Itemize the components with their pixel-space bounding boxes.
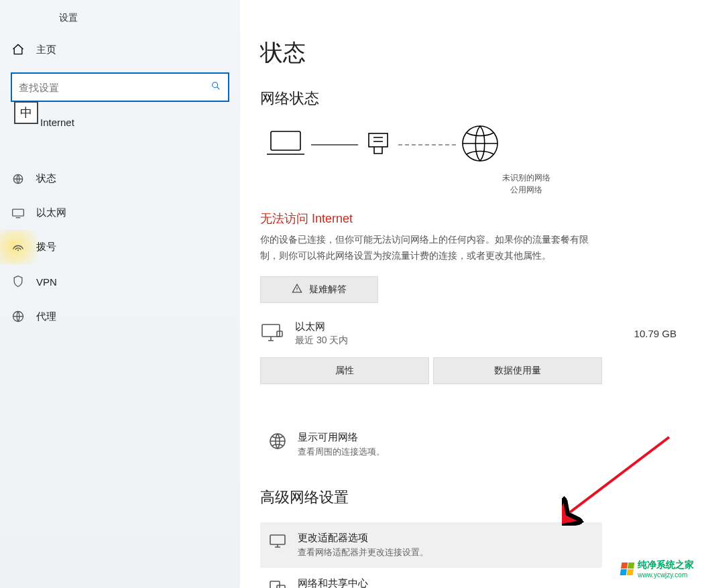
advanced-heading: 高级网络设置	[260, 487, 682, 508]
properties-label: 属性	[335, 365, 354, 377]
data-usage-label: 数据使用量	[494, 365, 541, 377]
show-networks-row[interactable]: 显示可用网络 查看周围的连接选项。	[260, 422, 602, 467]
adapter-options-row[interactable]: 更改适配器选项 查看网络适配器并更改连接设置。	[260, 522, 602, 568]
properties-button[interactable]: 属性	[260, 357, 429, 384]
diagram-caption-2: 公用网络	[370, 184, 682, 196]
two-button-row: 属性 数据使用量	[260, 357, 682, 384]
watermark-name: 纯净系统之家	[638, 559, 694, 571]
svg-point-8	[296, 291, 297, 292]
status-icon	[11, 173, 25, 185]
ime-badge[interactable]: 中	[14, 101, 38, 124]
adapter-options-title: 更改适配器选项	[298, 532, 428, 544]
search-input[interactable]	[11, 72, 229, 102]
diagram-caption-1: 未识别的网络	[370, 172, 682, 184]
sharing-icon	[268, 579, 287, 588]
show-networks-subtitle: 查看周围的连接选项。	[298, 446, 385, 458]
error-title: 无法访问 Internet	[260, 211, 682, 227]
nav-item-vpn[interactable]: VPN	[0, 264, 240, 299]
error-body: 你的设备已连接，但你可能无法访问网络上的任何内容。如果你的流量套餐有限制，则你可…	[260, 232, 602, 264]
svg-rect-2	[13, 209, 24, 216]
available-networks-icon	[268, 432, 287, 450]
troubleshoot-button[interactable]: 疑难解答	[260, 276, 378, 303]
nav-label: 状态	[36, 172, 56, 185]
search-wrap	[11, 72, 229, 102]
nav-item-dialup[interactable]: 拨号	[0, 230, 240, 264]
nav-home[interactable]: 主页	[0, 31, 240, 68]
watermark: 纯净系统之家 www.ycwjzy.com	[621, 559, 694, 579]
main-content: 状态 网络状态 未识别的网络 公用网络 无法访问 Internet 你的设备已连…	[240, 0, 702, 588]
data-usage-button[interactable]: 数据使用量	[433, 357, 602, 384]
diagram-line-solid	[311, 144, 358, 145]
nav-label: 以太网	[36, 207, 66, 219]
ethernet-subtitle: 最近 30 天内	[295, 335, 348, 347]
network-status-heading: 网络状态	[260, 89, 682, 109]
ethernet-usage: 10.79 GB	[634, 328, 677, 339]
sidebar: 设置 主页 Internet 状态 以太网 拨号	[0, 0, 240, 588]
nav-home-label: 主页	[36, 44, 56, 56]
nav-item-ethernet[interactable]: 以太网	[0, 196, 240, 230]
svg-rect-5	[271, 131, 300, 150]
svg-rect-14	[277, 585, 285, 588]
vpn-icon	[11, 275, 25, 288]
nav-list: 状态 以太网 拨号 VPN 代理	[0, 162, 240, 334]
adapter-icon	[268, 533, 287, 549]
svg-point-0	[213, 82, 218, 88]
nav-label: VPN	[36, 276, 57, 288]
warning-icon	[292, 283, 302, 296]
globe-icon	[460, 123, 500, 166]
ethernet-icon	[11, 208, 25, 219]
watermark-logo-icon	[620, 563, 635, 575]
laptop-icon	[264, 127, 307, 162]
svg-rect-12	[270, 535, 285, 544]
sharing-center-row[interactable]: 网络和共享中心 根据所连接到的网络，决定要共享的内容。	[260, 568, 602, 588]
router-icon	[362, 131, 394, 159]
nav-item-status[interactable]: 状态	[0, 162, 240, 196]
adapter-options-subtitle: 查看网络适配器并更改连接设置。	[298, 546, 428, 558]
show-networks-title: 显示可用网络	[298, 431, 385, 444]
svg-rect-6	[369, 133, 388, 147]
proxy-icon	[11, 310, 25, 323]
troubleshoot-label: 疑难解答	[309, 284, 347, 296]
ethernet-row: 以太网 最近 30 天内 10.79 GB	[260, 320, 682, 347]
search-icon	[211, 80, 221, 94]
diagram-caption: 未识别的网络 公用网络	[370, 172, 682, 196]
nav-label: 代理	[36, 310, 56, 323]
ethernet-name: 以太网	[295, 320, 348, 333]
home-icon	[11, 43, 25, 56]
monitor-icon	[260, 323, 284, 343]
nav-label: 拨号	[36, 241, 56, 253]
nav-item-proxy[interactable]: 代理	[0, 299, 240, 334]
sharing-center-title: 网络和共享中心	[298, 577, 463, 588]
app-title: 设置	[0, 5, 240, 31]
watermark-url: www.ycwjzy.com	[638, 571, 694, 579]
network-diagram	[264, 123, 682, 166]
page-title: 状态	[260, 38, 682, 68]
dialup-icon	[11, 242, 25, 253]
svg-point-3	[17, 249, 19, 251]
diagram-line-dashed	[398, 144, 456, 145]
